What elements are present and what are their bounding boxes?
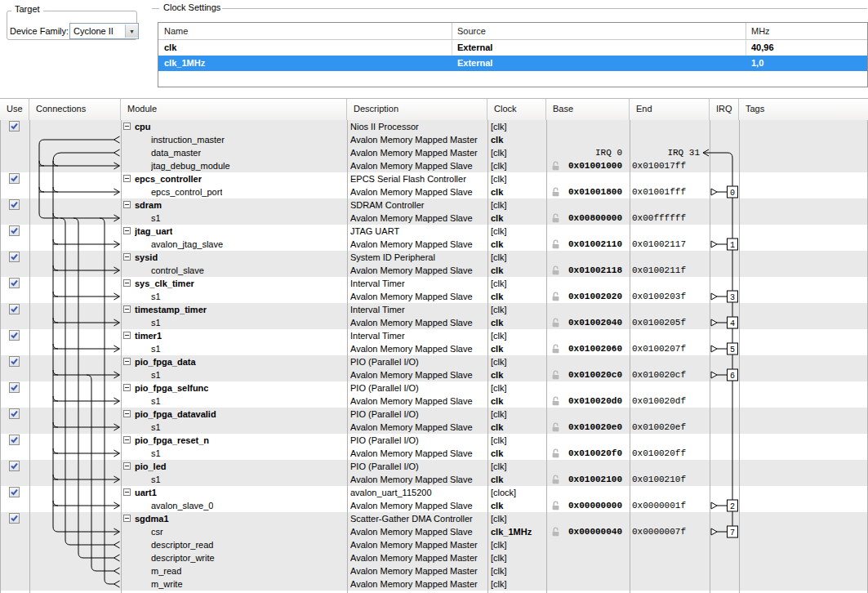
end-address: 0x01001fff	[632, 185, 706, 198]
module-row-m_read[interactable]: m_readAvalon Memory Mapped Master[clk]	[0, 564, 868, 577]
use-checkbox-timer1[interactable]	[9, 330, 20, 341]
module-port-name: descriptor_read	[151, 538, 213, 551]
use-checkbox-uart1[interactable]	[9, 487, 20, 497]
module-row-pio_led[interactable]: pio_ledPIO (Parallel I/O)[clk]	[0, 460, 868, 473]
collapse-icon[interactable]	[123, 253, 131, 261]
col-clock[interactable]: Clock	[487, 99, 546, 121]
chevron-down-icon[interactable]: ▼	[125, 25, 138, 38]
clock-col-source[interactable]: Source	[452, 23, 746, 39]
collapse-icon[interactable]	[123, 123, 131, 130]
module-row-sysid[interactable]: sysidSystem ID Peripheral[clk]	[0, 251, 868, 264]
collapse-icon[interactable]	[123, 462, 131, 470]
use-checkbox-pio_fpga_data[interactable]	[9, 356, 20, 367]
use-checkbox-jtag_uart[interactable]	[9, 225, 20, 236]
module-row-s1[interactable]: s1Avalon Memory Mapped Slaveclk0x0100210…	[0, 473, 868, 486]
base-address: 0x01001800	[562, 185, 622, 198]
col-connections[interactable]: Connections	[29, 99, 121, 121]
module-description: Avalon Memory Mapped Slave	[350, 290, 485, 303]
clock-row-clk-1mhz-selected[interactable]: clk_1MHz External 1,0	[158, 56, 867, 71]
collapse-icon[interactable]	[123, 410, 131, 417]
collapse-icon[interactable]	[123, 436, 131, 444]
collapse-icon[interactable]	[123, 201, 131, 208]
end-address: 0x010017ff	[632, 159, 706, 172]
collapse-icon[interactable]	[123, 332, 131, 339]
collapse-icon[interactable]	[123, 305, 131, 313]
col-base[interactable]: Base	[546, 99, 630, 121]
collapse-icon[interactable]	[123, 279, 131, 287]
module-row-cpu[interactable]: cpuNios II Processor[clk]	[0, 120, 868, 133]
module-port-name: csr	[151, 525, 163, 538]
module-row-s1[interactable]: s1Avalon Memory Mapped Slaveclk0x010020f…	[0, 447, 868, 460]
module-row-descriptor_write[interactable]: descriptor_writeAvalon Memory Mapped Mas…	[0, 551, 868, 564]
module-row-epcs_controller[interactable]: epcs_controllerEPCS Serial Flash Control…	[0, 172, 868, 185]
module-row-timer1[interactable]: timer1Interval Timer[clk]	[0, 329, 868, 342]
col-tags[interactable]: Tags	[739, 99, 868, 121]
module-port-name: data_master	[151, 146, 201, 159]
collapse-icon[interactable]	[123, 227, 131, 234]
module-row-jtag_uart[interactable]: jtag_uartJTAG UART[clk]	[0, 225, 868, 238]
use-checkbox-pio_fpga_selfunc[interactable]	[9, 382, 20, 393]
module-row-epcs_control_port[interactable]: epcs_control_portAvalon Memory Mapped Sl…	[0, 185, 868, 198]
module-row-sgdma1[interactable]: sgdma1Scatter-Gather DMA Controller[clk]	[0, 512, 868, 525]
module-row-s1[interactable]: s1Avalon Memory Mapped Slaveclk0x0100204…	[0, 316, 868, 329]
collapse-icon[interactable]	[123, 384, 131, 391]
module-row-s1[interactable]: s1Avalon Memory Mapped Slaveclk0x0080000…	[0, 212, 868, 225]
module-clock: clk	[491, 342, 545, 355]
base-address: 0x01002060	[562, 342, 622, 355]
end-address: 0x010020cf	[632, 368, 706, 381]
module-row-avalon_jtag_slave[interactable]: avalon_jtag_slaveAvalon Memory Mapped Sl…	[0, 238, 868, 251]
col-module[interactable]: Module	[121, 99, 347, 121]
collapse-icon[interactable]	[123, 358, 131, 365]
use-checkbox-sysid[interactable]	[9, 252, 20, 262]
module-row-avalon_slave_0[interactable]: avalon_slave_0Avalon Memory Mapped Slave…	[0, 499, 868, 512]
collapse-icon[interactable]	[123, 175, 131, 182]
module-row-control_slave[interactable]: control_slaveAvalon Memory Mapped Slavec…	[0, 264, 868, 277]
use-checkbox-sys_clk_timer[interactable]	[9, 278, 20, 288]
module-description: PIO (Parallel I/O)	[350, 381, 485, 395]
module-port-name: jtag_debug_module	[151, 159, 230, 172]
module-clock: [clk]	[491, 303, 545, 316]
col-description[interactable]: Description	[347, 99, 487, 121]
module-row-pio_fpga_selfunc[interactable]: pio_fpga_selfuncPIO (Parallel I/O)[clk]	[0, 381, 868, 395]
collapse-icon[interactable]	[123, 488, 131, 496]
use-checkbox-timestamp_timer[interactable]	[9, 304, 20, 314]
device-family-dropdown[interactable]: Cyclone II ▼	[69, 23, 139, 39]
module-clock: [clk]	[491, 146, 545, 159]
module-row-s1[interactable]: s1Avalon Memory Mapped Slaveclk0x010020e…	[0, 421, 868, 434]
use-checkbox-epcs_controller[interactable]	[9, 173, 20, 184]
module-row-s1[interactable]: s1Avalon Memory Mapped Slaveclk0x010020d…	[0, 395, 868, 408]
module-row-uart1[interactable]: uart1avalon_uart_115200[clock]	[0, 486, 868, 499]
clock-col-mhz[interactable]: MHz	[746, 23, 867, 39]
col-end[interactable]: End	[630, 99, 710, 121]
use-checkbox-sdram[interactable]	[9, 199, 20, 210]
use-checkbox-sgdma1[interactable]	[9, 513, 20, 524]
module-row-jtag_debug_module[interactable]: jtag_debug_moduleAvalon Memory Mapped Sl…	[0, 159, 868, 172]
collapse-icon[interactable]	[123, 515, 131, 522]
use-checkbox-cpu[interactable]	[9, 121, 20, 132]
check-icon	[10, 252, 19, 261]
use-checkbox-pio_fpga_datavalid[interactable]	[9, 408, 20, 419]
module-row-pio_fpga_datavalid[interactable]: pio_fpga_datavalidPIO (Parallel I/O)[clk…	[0, 408, 868, 421]
module-row-data_master[interactable]: data_masterAvalon Memory Mapped Master[c…	[0, 146, 868, 159]
module-row-pio_fpga_data[interactable]: pio_fpga_dataPIO (Parallel I/O)[clk]	[0, 355, 868, 368]
module-row-instruction_master[interactable]: instruction_masterAvalon Memory Mapped M…	[0, 133, 868, 146]
module-row-sys_clk_timer[interactable]: sys_clk_timerInterval Timer[clk]	[0, 277, 868, 290]
check-icon	[10, 461, 19, 470]
use-checkbox-pio_fpga_reset_n[interactable]	[9, 435, 20, 445]
col-use[interactable]: Use	[0, 99, 29, 121]
module-row-sdram[interactable]: sdramSDRAM Controller[clk]	[0, 198, 868, 212]
module-row-s1[interactable]: s1Avalon Memory Mapped Slaveclk0x0100206…	[0, 342, 868, 355]
module-name: pio_fpga_data	[135, 355, 196, 368]
use-checkbox-pio_led[interactable]	[9, 461, 20, 471]
col-irq[interactable]: IRQ	[710, 99, 739, 121]
module-row-m_write[interactable]: m_writeAvalon Memory Mapped Master[clk]	[0, 577, 868, 591]
module-row-timestamp_timer[interactable]: timestamp_timerInterval Timer[clk]	[0, 303, 868, 316]
clock-col-name[interactable]: Name	[158, 23, 452, 39]
module-row-s1[interactable]: s1Avalon Memory Mapped Slaveclk0x010020c…	[0, 368, 868, 381]
module-row-s1[interactable]: s1Avalon Memory Mapped Slaveclk0x0100202…	[0, 290, 868, 303]
clock-settings-groupline	[222, 8, 867, 9]
module-row-descriptor_read[interactable]: descriptor_readAvalon Memory Mapped Mast…	[0, 538, 868, 551]
module-row-pio_fpga_reset_n[interactable]: pio_fpga_reset_nPIO (Parallel I/O)[clk]	[0, 434, 868, 447]
clock-row-clk[interactable]: clk External 40,96	[158, 40, 867, 56]
module-row-csr[interactable]: csrAvalon Memory Mapped Slaveclk_1MHz0x0…	[0, 525, 868, 538]
